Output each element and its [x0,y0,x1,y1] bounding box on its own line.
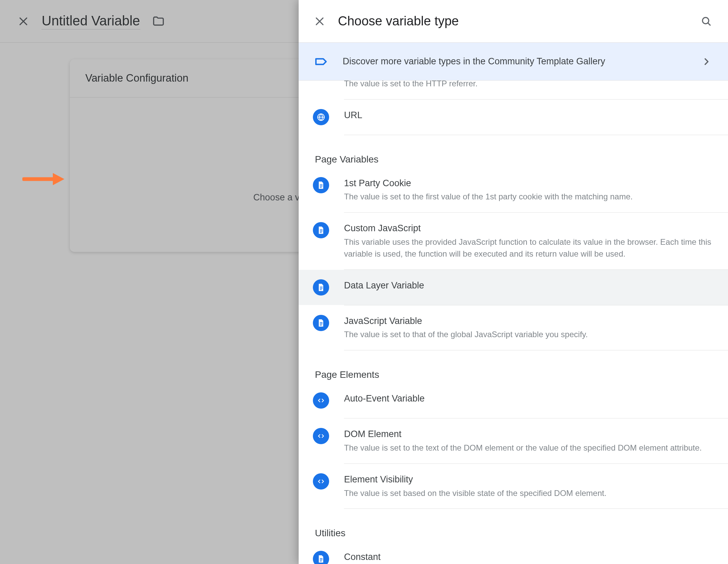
row-title: Constant [344,551,714,564]
svg-rect-17 [320,231,323,232]
svg-rect-22 [320,322,323,323]
globe-icon-wrap [313,109,329,125]
banner-text: Discover more variable types in the Comm… [343,56,702,67]
page-icon-wrap [313,279,329,296]
svg-marker-4 [53,173,64,185]
variable-type-list[interactable]: HTTP ReferrerThe value is set to the HTT… [299,81,728,564]
row-title: Auto-Event Variable [344,392,714,405]
panel-header: Choose variable type [299,0,728,43]
row-title: URL [344,109,714,122]
variable-type-constant[interactable]: Constant [299,541,728,564]
pointer-arrow-icon [22,172,64,187]
variable-type-javascript-variable[interactable]: JavaScript VariableThe value is set to t… [299,305,728,350]
page-icon [317,181,325,190]
code-icon-wrap [313,473,329,490]
page-icon [317,226,325,235]
svg-rect-14 [320,186,323,186]
variable-name-input[interactable]: Untitled Variable [42,13,140,29]
variable-type-custom-javascript[interactable]: Custom JavaScriptThis variable uses the … [299,213,728,269]
variable-type-panel: Choose variable type Discover more varia… [299,0,728,564]
row-desc: The value is set to the HTTP referrer. [344,81,714,90]
section-title-utilities: Utilities [299,509,728,539]
code-icon [317,477,325,486]
svg-rect-23 [320,323,323,324]
variable-type-dom-element[interactable]: DOM ElementThe value is set to the text … [299,418,728,463]
community-gallery-banner[interactable]: Discover more variable types in the Comm… [299,43,728,81]
svg-line-8 [708,23,710,25]
variable-type-url[interactable]: URL [299,100,728,135]
code-icon [317,396,325,405]
code-icon-wrap [313,392,329,409]
tag-icon [313,53,329,70]
search-icon [701,16,712,27]
row-title: Element Visibility [344,473,714,486]
svg-rect-19 [320,286,323,287]
page-icon [317,319,325,327]
svg-rect-13 [320,184,323,185]
close-editor-button[interactable] [15,13,31,29]
section-title-page-elements: Page Elements [299,350,728,380]
row-title: JavaScript Variable [344,315,714,328]
page-icon-wrap [313,315,329,331]
variable-type-element-visibility[interactable]: Element VisibilityThe value is set based… [299,464,728,509]
variable-type-1st-party-cookie[interactable]: 1st Party CookieThe value is set to the … [299,168,728,213]
svg-rect-15 [320,187,322,188]
code-icon-wrap [313,428,329,444]
close-icon [18,16,29,27]
variable-type-http-referrer[interactable]: HTTP ReferrerThe value is set to the HTT… [299,81,728,99]
close-panel-button[interactable] [312,13,328,29]
page-icon-wrap [313,551,329,564]
svg-rect-24 [320,325,322,325]
row-title: 1st Party Cookie [344,177,714,190]
svg-rect-18 [320,232,322,233]
row-title: Data Layer Variable [344,279,714,292]
row-title: DOM Element [344,428,714,441]
row-desc: The value is set based on the visible st… [344,487,714,499]
variable-type-auto-event-variable[interactable]: Auto-Event Variable [299,383,728,418]
page-icon [317,283,325,292]
search-button[interactable] [698,13,714,29]
page-icon-wrap [313,177,329,193]
row-desc: This variable uses the provided JavaScri… [344,236,714,260]
section-title-page-variables: Page Variables [299,135,728,165]
globe-icon [317,113,325,122]
row-desc: The value is set to the first value of t… [344,191,714,203]
row-title: Custom JavaScript [344,222,714,235]
page-icon [317,555,325,563]
svg-rect-21 [320,289,322,290]
page-icon-wrap [313,222,329,238]
svg-rect-20 [320,288,323,288]
folder-icon [152,15,165,28]
chevron-right-icon [702,57,711,66]
svg-rect-27 [320,561,322,562]
folder-button[interactable] [150,13,167,29]
variable-type-data-layer-variable[interactable]: Data Layer Variable [299,270,728,305]
svg-rect-16 [320,230,323,230]
row-desc: The value is set to that of the global J… [344,329,714,341]
close-icon [314,16,325,27]
code-icon [317,432,325,440]
panel-title: Choose variable type [338,14,688,28]
row-desc: The value is set to the text of the DOM … [344,442,714,454]
svg-rect-25 [320,558,323,559]
svg-rect-26 [320,560,323,560]
